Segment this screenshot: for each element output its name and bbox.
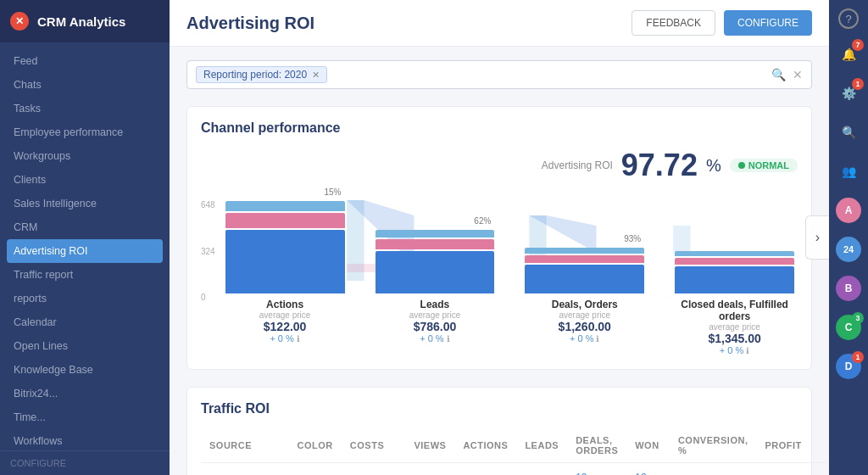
roi-label: Advertising ROI [542,159,613,171]
deals-link-instagram[interactable]: 13 · Deals [576,472,602,475]
sidebar: ✕ CRM Analytics Feed Chats Tasks Employe… [0,0,170,475]
traffic-roi-table: SOURCE COLOR COSTS VIEWS ACTIONS LEADS D… [201,428,826,475]
bar-actions-pink [225,213,345,228]
notification-bell-icon[interactable]: 🔔 7 [835,41,862,68]
roi-status-label: NORMAL [748,160,789,170]
roi-status-dot [738,162,745,169]
sidebar-item-workgroups[interactable]: Workgroups [0,144,170,168]
sidebar-item-time[interactable]: Time... [0,405,170,429]
sidebar-item-feed[interactable]: Feed [0,49,170,73]
filter-tag-label: Reporting period: 2020 [203,69,307,81]
filter-tag-close-icon[interactable]: ✕ [312,70,320,81]
conversion-cell-instagram: 9.6% [670,463,757,476]
sidebar-item-tasks[interactable]: Tasks [0,97,170,120]
sidebar-item-crm[interactable]: CRM [0,215,170,239]
right-panel-toggle[interactable]: › [805,215,829,260]
sidebar-item-sales-intelligence[interactable]: Sales Intelligence [0,192,170,215]
filter-tag-reporting-period[interactable]: Reporting period: 2020 ✕ [196,66,327,83]
filter-clear-icon[interactable]: ✕ [793,68,803,81]
bar-deals-pink [525,255,644,263]
sidebar-item-advertising-roi[interactable]: Advertising ROI [7,239,163,263]
stage-label-actions: Actions average price $122.00 + 0 % ℹ [225,299,345,355]
right-sidebar: › ? 🔔 7 ⚙️ 1 🔍 👥 A 24 B C 3 D 1 [829,0,868,475]
sidebar-item-employees[interactable]: Employee performance [0,120,170,144]
change-icon-actions: + [270,333,275,344]
col-header-color: COLOR [289,428,342,463]
avatar-4-badge: 1 [852,351,864,363]
avatar-3[interactable]: C 3 [835,314,862,341]
deals-cell-instagram: 13 · Deals [567,463,626,476]
notification-badge: 7 [852,39,864,51]
search-icon[interactable]: 🔍 [835,119,862,146]
bar-deals-blue [525,265,644,293]
content-area: Reporting period: 2020 ✕ 🔍 ✕ Channel per… [170,47,829,475]
table-header-row: SOURCE COLOR COSTS VIEWS ACTIONS LEADS D… [201,428,826,463]
bar-actions-blue [225,230,345,293]
profit-cell-instagram: $12,842.00 [756,463,826,476]
sidebar-item-open-lines[interactable]: Open Lines [0,334,170,358]
chart-y-labels: 648 324 0 [201,200,215,302]
bar-deals-light [525,248,644,254]
help-icon[interactable]: ? [838,8,859,29]
tasks-icon[interactable]: ⚙️ 1 [835,80,862,107]
sidebar-item-my-reports[interactable]: reports [0,287,170,310]
avatar-2[interactable]: B [835,275,862,302]
counter-badge-24[interactable]: 24 [835,236,862,263]
source-cell-instagram: in Instagram [201,463,289,476]
avatar-1[interactable]: A [835,197,862,224]
sidebar-item-calendar[interactable]: Calendar [0,310,170,334]
won-link-instagram[interactable]: 12 · Deals [635,472,661,475]
percentage-3: 93% [624,234,641,243]
bar-closed-light [675,251,794,256]
people-icon[interactable]: 👥 [835,158,862,185]
sidebar-item-chats[interactable]: Chats [0,73,170,97]
feedback-button[interactable]: FEEDBACK [632,10,715,36]
avatar-3-badge: 3 [852,312,864,324]
col-header-won: WON [626,428,670,463]
funnel-stage-actions: 15% [225,201,345,293]
bar-leads-blue [376,251,495,293]
funnel-stage-closed [675,251,794,293]
tasks-badge: 1 [852,78,864,90]
sidebar-configure-label: CONFIGURE [10,458,66,468]
color-cell-instagram [289,463,342,476]
stage-label-deals: Deals, Orders average price $1,260.00 + … [525,299,644,355]
sidebar-nav: Feed Chats Tasks Employee performance Wo… [0,42,170,450]
stage-label-closed: Closed deals, Fulfilled orders average p… [675,299,794,355]
channel-roi-header: Advertising ROI 97.72 % NORMAL [201,148,798,183]
page-title: Advertising ROI [186,14,314,33]
col-header-deals-orders: DEALS, ORDERS [567,428,626,463]
actions-cell-instagram: 125 [454,463,516,476]
bar-actions-light [225,201,345,211]
sidebar-close-button[interactable]: ✕ [10,12,29,31]
sidebar-header: ✕ CRM Analytics [0,0,170,42]
configure-button[interactable]: CONFIGURE [724,10,812,36]
col-header-views: VIEWS [405,428,454,463]
table-row: in Instagram $4,000.00ROI 300 125 20 13 … [201,463,826,476]
sidebar-item-workflows[interactable]: Workflows [0,429,170,450]
roi-status-badge: NORMAL [730,159,798,172]
bar-closed-blue [675,266,794,293]
channel-performance-section: Channel performance Advertising ROI 97.7… [186,106,812,370]
main-content: Advertising ROI FEEDBACK CONFIGURE Repor… [170,0,829,475]
col-header-profit: PROFIT [756,428,826,463]
sidebar-item-traffic-report[interactable]: Traffic report [0,263,170,287]
avatar-4[interactable]: D 1 [835,353,862,380]
roi-value: 97.72 [621,148,698,183]
col-header-leads: LEADS [516,428,567,463]
sidebar-item-clients[interactable]: Clients [0,168,170,192]
roi-percent-symbol: % [706,156,721,176]
sidebar-item-knowledge[interactable]: Knowledge Base [0,358,170,382]
sidebar-footer: CONFIGURE [0,450,170,475]
views-cell-instagram: 300 [405,463,454,476]
leads-cell-instagram: 20 [516,463,567,476]
channel-performance-title: Channel performance [201,120,798,136]
topbar: Advertising ROI FEEDBACK CONFIGURE [170,0,829,47]
bar-leads-light [376,230,495,238]
y-label-0: 0 [201,293,215,302]
filter-search-icon[interactable]: 🔍 [771,68,786,81]
sidebar-item-bitrix[interactable]: Bitrix24... [0,382,170,405]
col-header-source: SOURCE [201,428,289,463]
percentage-2: 62% [474,216,491,226]
filter-icons: 🔍 ✕ [771,68,803,81]
